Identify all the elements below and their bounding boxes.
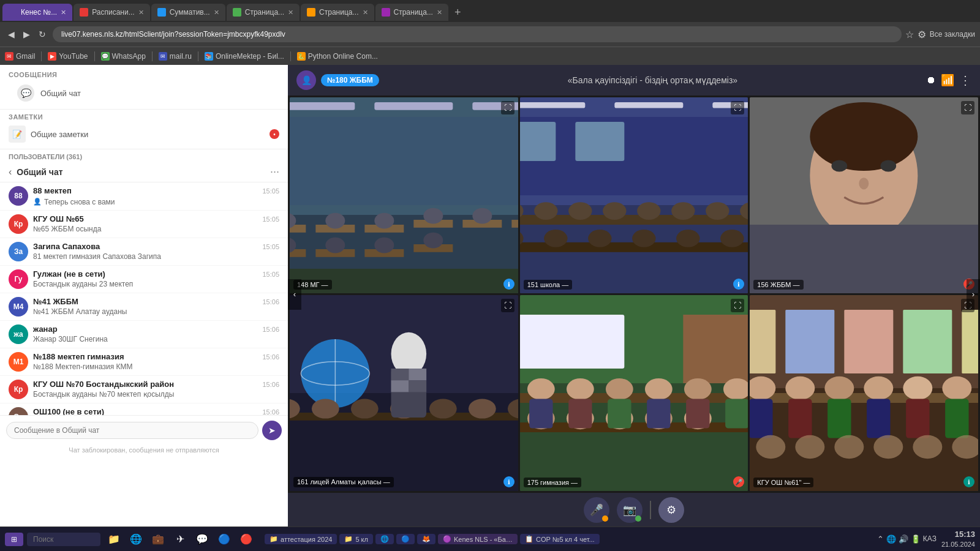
chat-more-button[interactable]: ···	[270, 165, 279, 178]
record-icon[interactable]: ⏺	[926, 75, 936, 86]
mic-button[interactable]: 🎤	[584, 497, 609, 523]
video-expand-1[interactable]: ⛶	[731, 101, 744, 114]
taskbar-running-edge[interactable]: 🔵	[396, 534, 415, 544]
tab-stranica2[interactable]: Страница... ✕	[301, 4, 374, 21]
msg-time-6: 15:06	[262, 353, 279, 361]
notes-item[interactable]: 📝 Общие заметки •	[9, 123, 279, 145]
message-item-3[interactable]: Гу Гулжан (не в сети)15:05 Бостандык ауд…	[0, 266, 288, 293]
svg-rect-33	[520, 122, 556, 161]
svg-rect-106	[903, 310, 952, 373]
msg-name-2: Загипа Сапахова	[33, 242, 100, 251]
msg-text-5: Жанар 30ШГ Снегина	[33, 335, 279, 343]
bookmark-gmail[interactable]: ✉ Gmail	[5, 52, 35, 61]
signal-icon: 📶	[941, 73, 954, 87]
svg-point-41	[671, 202, 695, 220]
svg-rect-97	[608, 399, 631, 429]
bookmark-python[interactable]: 🐍 Python Online Com...	[297, 52, 378, 61]
bookmark-youtube[interactable]: ▶ YouTube	[48, 52, 88, 61]
taskbar-app-misc2[interactable]: 🔴	[236, 530, 256, 549]
taskbar-running-kenes[interactable]: 🟣Kenes NLS - «Бала...	[438, 534, 518, 544]
taskbar-app-explorer[interactable]: 📁	[104, 530, 124, 549]
star-icon[interactable]: ☆	[905, 29, 914, 40]
tab-close-summativ[interactable]: ✕	[214, 9, 219, 17]
tray-sound[interactable]: 🔊	[899, 534, 908, 544]
clock-time: 15:13	[941, 529, 975, 540]
bookmark-mailru[interactable]: ✉ mail.ru	[159, 52, 192, 61]
general-chat-item[interactable]: 💬 Общий чат	[9, 81, 279, 105]
svg-point-111	[825, 377, 854, 400]
camera-button[interactable]: 📷	[617, 497, 643, 523]
tab-close-kenes[interactable]: ✕	[61, 9, 66, 17]
tab-raspisanie[interactable]: Расписани... ✕	[74, 4, 150, 21]
message-item-2[interactable]: За Загипа Сапахова15:05 81 мектеп гимназ…	[0, 238, 288, 266]
tab-label-kenes: Кенес №...	[21, 8, 57, 17]
svg-rect-3	[374, 102, 453, 110]
refresh-button[interactable]: ↻	[36, 28, 49, 40]
svg-point-53	[810, 102, 918, 171]
avatar-1: Кр	[9, 214, 28, 234]
settings-icon[interactable]: ⚙	[918, 29, 926, 40]
taskbar-running-chrome[interactable]: 🌐	[375, 534, 394, 544]
avatar-6: М1	[9, 352, 28, 372]
chat-back-button[interactable]: ‹	[9, 167, 12, 178]
tab-stranica3[interactable]: Страница... ✕	[375, 4, 448, 21]
tab-summativ[interactable]: Сумматив... ✕	[151, 4, 225, 21]
bookmark-whatsapp[interactable]: 💬 WhatsApp	[101, 52, 146, 61]
tab-label-summativ: Сумматив...	[170, 8, 210, 17]
send-message-button[interactable]: ➤	[262, 421, 282, 440]
back-button[interactable]: ◀	[5, 28, 18, 40]
message-item-7[interactable]: Кр КГУ ОШ №70 Бостандыкский район15:06 Б…	[0, 376, 288, 403]
user-icon-button[interactable]: 👤	[296, 70, 316, 90]
tab-close-raspisanie[interactable]: ✕	[138, 9, 144, 17]
url-input[interactable]	[53, 26, 902, 42]
taskbar-running-attestation[interactable]: 📁аттестация 2024	[265, 534, 337, 544]
forward-button[interactable]: ▶	[20, 28, 33, 40]
tab-kenes[interactable]: Кенес №... ✕	[2, 4, 72, 21]
tray-arrow[interactable]: ⌃	[877, 534, 884, 544]
message-item-1[interactable]: Кр КГУ ОШ №6515:05 №65 ЖББМ осында	[0, 211, 288, 238]
msg-content-1: КГУ ОШ №6515:05 №65 ЖББМ осында	[33, 214, 279, 233]
msg-name-1: КГУ ОШ №65	[33, 214, 84, 223]
tab-bar: Кенес №... ✕ Расписани... ✕ Сумматив... …	[0, 0, 980, 22]
taskbar-running-cop[interactable]: 📋COP №5 кл 4 чет...	[520, 534, 600, 544]
message-item-4[interactable]: М4 №41 ЖББМ15:06 №41 ЖББМ Алатау ауданы	[0, 293, 288, 321]
video-expand-4[interactable]: ⛶	[731, 299, 744, 312]
message-item-0[interactable]: 88 88 мектеп 15:05 👤 Теперь снова с вами	[0, 182, 288, 211]
taskbar-app-misc1[interactable]: 🔵	[214, 530, 234, 549]
tray-network[interactable]: 🌐	[886, 534, 896, 544]
tab-close-s3[interactable]: ✕	[437, 9, 442, 17]
tray-battery[interactable]: 🔋	[911, 534, 921, 544]
more-options-button[interactable]: ⋮	[959, 73, 971, 88]
message-item-8[interactable]: Оу ОШ100 (не в сети)15:06 ОШ#100	[0, 403, 288, 415]
message-item-5[interactable]: жа жанар15:06 Жанар 30ШГ Снегина	[0, 321, 288, 348]
svg-point-55	[881, 160, 897, 171]
svg-point-47	[588, 230, 611, 247]
avatar-0: 88	[9, 186, 28, 206]
video-expand-0[interactable]: ⛶	[501, 101, 514, 114]
msg-name-6: №188 мектеп гимназия	[33, 352, 124, 361]
video-expand-2[interactable]: ⛶	[961, 101, 974, 114]
video-nav-right[interactable]: ›	[967, 279, 980, 310]
taskbar-app-whatsapp[interactable]: 💬	[192, 530, 212, 549]
taskbar-app-telegram[interactable]: ✈	[170, 530, 190, 549]
video-expand-3[interactable]: ⛶	[501, 299, 514, 312]
message-item-6[interactable]: М1 №188 мектеп гимназия15:06 №188 Мектеп…	[0, 348, 288, 376]
taskbar-running-firefox[interactable]: 🦊	[417, 534, 435, 544]
video-nav-left[interactable]: ‹	[288, 279, 301, 310]
messages-title: СООБЩЕНИЯ	[9, 71, 279, 78]
new-tab-button[interactable]: +	[450, 5, 466, 20]
taskbar-app-teams[interactable]: 💼	[148, 530, 168, 549]
tab-stranica1[interactable]: Страница... ✕	[227, 4, 300, 21]
taskbar-search-input[interactable]	[27, 533, 100, 546]
language-indicator[interactable]: КАЗ	[923, 534, 937, 543]
screen-share-button[interactable]: ⚙	[658, 497, 684, 523]
start-button[interactable]: ⊞	[5, 533, 23, 546]
tab-close-s2[interactable]: ✕	[363, 9, 368, 17]
tab-close-s1[interactable]: ✕	[288, 9, 293, 17]
taskbar-app-edge[interactable]: 🌐	[126, 530, 146, 549]
bookmark-onlinemektep[interactable]: 📚 OnlineMektep - Биl...	[205, 52, 284, 61]
svg-rect-100	[725, 399, 748, 429]
topbar-left: 👤 №180 ЖББМ	[296, 70, 379, 90]
chat-input[interactable]	[6, 422, 258, 439]
taskbar-running-5kl[interactable]: 📁5 кл	[339, 534, 373, 544]
